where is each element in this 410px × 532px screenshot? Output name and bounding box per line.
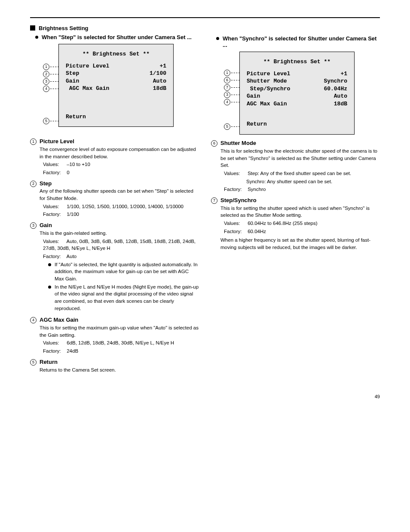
item-7-note: When a higher frequency is set as the sh… bbox=[220, 237, 380, 251]
bullet-text: In the N/Eye L and N/Eye H modes (Night … bbox=[55, 283, 199, 312]
top-rule bbox=[30, 17, 380, 18]
callout-3-icon: 3 bbox=[43, 78, 49, 85]
right-column: When "Synchro" is selected for Shutter u… bbox=[211, 25, 380, 377]
factory-text: 24dB bbox=[67, 348, 78, 354]
osd-row-value: Synchro bbox=[324, 77, 347, 85]
bullet-icon bbox=[35, 36, 38, 39]
item-3-bullet-2: In the N/Eye L and N/Eye H modes (Night … bbox=[48, 283, 199, 312]
osd-return-label: Return bbox=[66, 113, 86, 121]
osd-row-label: Step/Synchro bbox=[247, 85, 290, 93]
osd-row-value: Auto bbox=[334, 92, 347, 100]
factory-text: Synchro bbox=[248, 187, 266, 192]
item-7: 7 Step/Synchro This is for setting the s… bbox=[211, 197, 380, 251]
callout-3r-icon: 3 bbox=[224, 92, 230, 98]
factory-label: Factory: bbox=[43, 347, 65, 355]
osd-row-value: 18dB bbox=[334, 100, 347, 108]
left-column: Brightness Setting When "Step" is select… bbox=[30, 25, 199, 377]
values-text: –10 to +10 bbox=[67, 162, 90, 167]
item-7-desc: This is for setting the shutter speed wh… bbox=[220, 205, 380, 219]
osd-row-value: 1/100 bbox=[150, 70, 166, 77]
factory-label: Factory: bbox=[224, 228, 246, 235]
page-number: 49 bbox=[30, 394, 380, 399]
osd-row-label: AGC Max Gain bbox=[66, 85, 109, 92]
left-osd-panel: ** Brightness Set ** Picture Level+1 Ste… bbox=[58, 44, 174, 127]
values-text-2: Synchro: Any shutter speed can be set. bbox=[246, 179, 332, 184]
item-1-title: Picture Level bbox=[40, 138, 199, 146]
left-subhead: When "Step" is selected for Shutter unde… bbox=[35, 34, 199, 40]
item-3-desc: This is the gain-related setting. bbox=[40, 230, 199, 237]
right-subhead-text: When "Synchro" is selected for Shutter u… bbox=[223, 35, 380, 48]
osd-row-label: Gain bbox=[66, 77, 79, 85]
item-5-desc: Returns to the Camera Set screen. bbox=[40, 366, 199, 374]
factory-label: Factory: bbox=[43, 169, 65, 176]
item-5: 5 Return Returns to the Camera Set scree… bbox=[30, 358, 199, 374]
left-subhead-text: When "Step" is selected for Shutter unde… bbox=[42, 34, 192, 40]
values-label: Values: bbox=[43, 203, 65, 210]
right-osd-panel: ** Brightness Set ** Picture Level+1 Shu… bbox=[239, 52, 355, 135]
bullet-text: If "Auto" is selected, the light quantit… bbox=[55, 261, 199, 283]
osd-row-label: Step bbox=[66, 70, 79, 77]
values-label: Values: bbox=[43, 161, 65, 168]
osd-row-label: Picture Level bbox=[66, 62, 109, 70]
item-1: 1 Picture Level The convergence level of… bbox=[30, 138, 199, 176]
values-text: Auto, 0dB, 3dB, 6dB, 9dB, 12dB, 15dB, 18… bbox=[43, 239, 196, 251]
item-6-title: Shutter Mode bbox=[220, 139, 380, 148]
values-label: Values: bbox=[224, 220, 246, 227]
item-4-desc: This is for setting the maximum gain-up … bbox=[40, 324, 199, 338]
item-7-title: Step/Synchro bbox=[220, 197, 380, 205]
item-3-title: Gain bbox=[40, 221, 199, 230]
item-2-title: Step bbox=[40, 180, 199, 188]
item-3-bullet-1: If "Auto" is selected, the light quantit… bbox=[48, 261, 199, 283]
values-text: 1/100, 1/250, 1/500, 1/1000, 1/2000, 1/4… bbox=[67, 204, 184, 209]
callout-1-icon: 1 bbox=[43, 64, 49, 70]
factory-label: Factory: bbox=[43, 253, 65, 260]
right-osd-figure: 1 6 7 3 4 5 ** Brightness Set ** Picture… bbox=[224, 52, 380, 133]
values-label: Values: bbox=[43, 339, 65, 347]
osd-return-label: Return bbox=[247, 120, 267, 128]
left-osd-title: ** Brightness Set ** bbox=[66, 50, 166, 58]
item-2-num-icon: 2 bbox=[30, 181, 37, 187]
item-1-num-icon: 1 bbox=[30, 138, 37, 145]
item-4-num-icon: 4 bbox=[30, 317, 37, 323]
osd-row-value: +1 bbox=[340, 70, 347, 78]
values-label: Values: bbox=[224, 170, 246, 177]
item-6-desc: This is for selecting how the electronic… bbox=[220, 148, 380, 169]
osd-row-label: AGC Max Gain bbox=[247, 100, 287, 108]
item-2: 2 Step Any of the following shutter spee… bbox=[30, 180, 199, 218]
values-label: Values: bbox=[43, 238, 65, 245]
osd-row-label: Picture Level bbox=[247, 70, 290, 78]
callout-1r-icon: 1 bbox=[224, 70, 230, 76]
values-text: Step: Any of the fixed shutter speed can… bbox=[248, 171, 351, 176]
osd-row-value: 18dB bbox=[153, 85, 166, 92]
section-heading: Brightness Setting bbox=[30, 25, 199, 31]
item-4-title: AGC Max Gain bbox=[40, 316, 199, 324]
values-text: 6dB, 12dB, 18dB, 24dB, 30dB, N/Eye L, N/… bbox=[67, 340, 174, 345]
factory-text: 0 bbox=[67, 170, 69, 175]
bullet-icon bbox=[216, 37, 219, 40]
item-5-num-icon: 5 bbox=[30, 359, 37, 366]
square-bullet-icon bbox=[30, 25, 35, 31]
values-text: 60.04Hz to 646.8Hz (255 steps) bbox=[248, 221, 317, 226]
item-4: 4 AGC Max Gain This is for setting the m… bbox=[30, 316, 199, 355]
item-6: 6 Shutter Mode This is for selecting how… bbox=[211, 139, 380, 193]
callout-4r-icon: 4 bbox=[224, 99, 230, 105]
left-osd-figure: 1 2 3 4 5 ** Brightness Set ** Picture L… bbox=[43, 44, 199, 132]
callout-4-icon: 4 bbox=[43, 86, 49, 92]
item-7-num-icon: 7 bbox=[211, 197, 217, 204]
osd-row-value: Auto bbox=[153, 77, 166, 85]
factory-text: 1/100 bbox=[67, 212, 79, 217]
bullet-icon bbox=[48, 286, 51, 289]
factory-label: Factory: bbox=[43, 211, 65, 218]
item-3-num-icon: 3 bbox=[30, 222, 37, 229]
page: Brightness Setting When "Step" is select… bbox=[0, 0, 410, 412]
osd-row-label: Gain bbox=[247, 92, 260, 100]
item-2-desc: Any of the following shutter speeds can … bbox=[40, 188, 199, 202]
osd-row-value: 60.04Hz bbox=[324, 85, 347, 93]
bullet-icon bbox=[48, 263, 51, 266]
item-6-num-icon: 6 bbox=[211, 140, 217, 147]
factory-label: Factory: bbox=[224, 186, 246, 193]
osd-row-label: Shutter Mode bbox=[247, 77, 287, 85]
right-osd-title: ** Brightness Set ** bbox=[247, 58, 347, 66]
callout-6-icon: 6 bbox=[224, 77, 230, 83]
two-columns: Brightness Setting When "Step" is select… bbox=[30, 25, 380, 377]
